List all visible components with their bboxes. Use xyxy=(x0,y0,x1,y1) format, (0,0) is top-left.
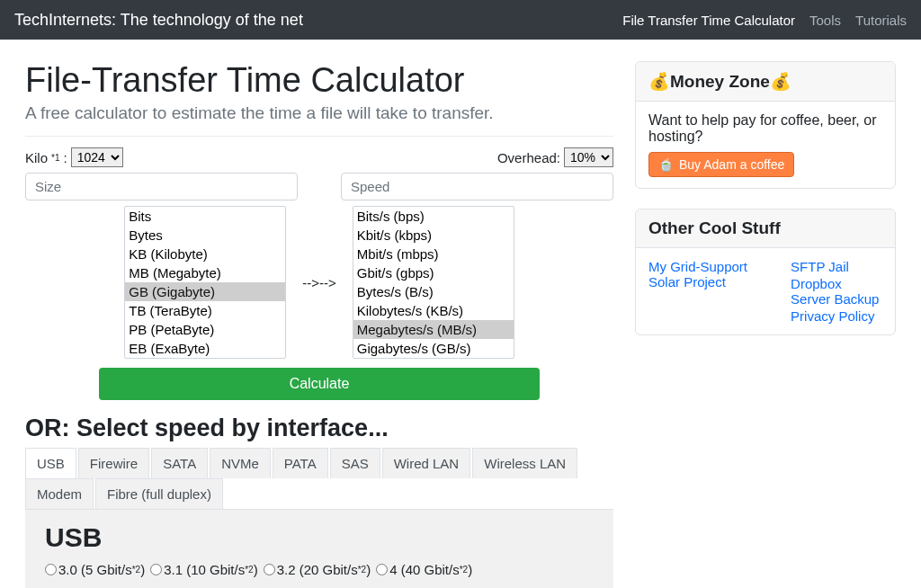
other-cool-stuff-card: Other Cool Stuff My Grid-Support Solar P… xyxy=(635,209,896,335)
overhead-select[interactable]: 10% xyxy=(564,147,613,167)
moneybag-icon: 💰 xyxy=(648,71,670,92)
usb-option[interactable]: 3.1 (10 Gbit/s*2) xyxy=(150,562,258,577)
usb-radio[interactable] xyxy=(264,564,275,575)
usb-option[interactable]: 4 (40 Gbit/s*2) xyxy=(376,562,472,577)
overhead-label: Overhead: 10% xyxy=(497,147,613,167)
kilo-label: Kilo*1: 1024 xyxy=(25,147,123,167)
cool-link[interactable]: Privacy Policy xyxy=(791,308,882,324)
moneybag-icon: 💰 xyxy=(770,71,791,92)
money-zone-card: 💰 Money Zone 💰 Want to help pay for coff… xyxy=(635,61,896,189)
tab-wired-lan[interactable]: Wired LAN xyxy=(382,448,471,478)
tab-wireless-lan[interactable]: Wireless LAN xyxy=(472,448,577,478)
money-zone-header: 💰 Money Zone 💰 xyxy=(636,62,895,102)
nav-link-file-transfer-time-calculator[interactable]: File Transfer Time Calculator xyxy=(622,13,795,28)
arrow-icon: -->--> xyxy=(302,275,336,290)
brand: TechInternets: The technology of the net xyxy=(14,11,303,30)
tab-modem[interactable]: Modem xyxy=(25,478,94,509)
calculate-button[interactable]: Calculate xyxy=(99,368,540,400)
nav-link-tutorials[interactable]: Tutorials xyxy=(855,13,907,28)
nav-link-tools[interactable]: Tools xyxy=(809,13,841,28)
radio-row: 3.0 (5 Gbit/s*2)3.1 (10 Gbit/s*2)3.2 (20… xyxy=(45,562,594,577)
tab-pata[interactable]: PATA xyxy=(273,448,328,478)
kilo-select[interactable]: 1024 xyxy=(71,147,123,167)
size-unit-select[interactable]: BitsBytesKB (Kilobyte)MB (Megabyte)GB (G… xyxy=(124,206,286,359)
tab-firewire[interactable]: Firewire xyxy=(78,448,149,478)
panel-title: USB xyxy=(45,522,594,553)
cool-link[interactable]: My Grid-Support Solar Project xyxy=(648,259,764,290)
usb-option[interactable]: 3.0 (5 Gbit/s*2) xyxy=(45,562,145,577)
nav-right: File Transfer Time CalculatorToolsTutori… xyxy=(622,13,907,28)
tab-usb[interactable]: USB xyxy=(25,448,76,478)
coffee-icon: 🍵 xyxy=(658,157,674,172)
speed-input[interactable] xyxy=(341,173,613,200)
cool-link[interactable]: SFTP Jail xyxy=(791,259,882,274)
speed-unit-select[interactable]: Bits/s (bps)Kbit/s (kbps)Mbit/s (mbps)Gb… xyxy=(353,206,514,359)
page-subtitle: A free calculator to estimate the time a… xyxy=(25,103,613,123)
money-text: Want to help pay for coffee, beer, or ho… xyxy=(648,112,882,145)
usb-radio[interactable] xyxy=(45,564,57,575)
usb-radio[interactable] xyxy=(150,564,162,575)
cool-link[interactable]: Dropbox Server Backup xyxy=(791,276,882,307)
usb-radio[interactable] xyxy=(376,564,388,575)
buy-coffee-button[interactable]: 🍵 Buy Adam a coffee xyxy=(648,152,794,177)
tab-sata[interactable]: SATA xyxy=(151,448,208,478)
or-title: OR: Select speed by interface... xyxy=(25,414,613,442)
interface-tabs: USBFirewireSATANVMePATASASWired LANWirel… xyxy=(25,448,613,510)
cool-stuff-header: Other Cool Stuff xyxy=(636,209,895,248)
tab-content-usb: USB 3.0 (5 Gbit/s*2)3.1 (10 Gbit/s*2)3.2… xyxy=(25,510,613,588)
divider xyxy=(25,136,613,137)
tab-fibre-full-duplex-[interactable]: Fibre (full duplex) xyxy=(95,478,223,509)
page-title: File-Transfer Time Calculator xyxy=(25,61,613,100)
usb-option[interactable]: 3.2 (20 Gbit/s*2) xyxy=(264,562,371,577)
navbar: TechInternets: The technology of the net… xyxy=(0,0,921,40)
tab-nvme[interactable]: NVMe xyxy=(210,448,271,478)
tab-sas[interactable]: SAS xyxy=(330,448,380,478)
size-input[interactable] xyxy=(25,173,298,200)
